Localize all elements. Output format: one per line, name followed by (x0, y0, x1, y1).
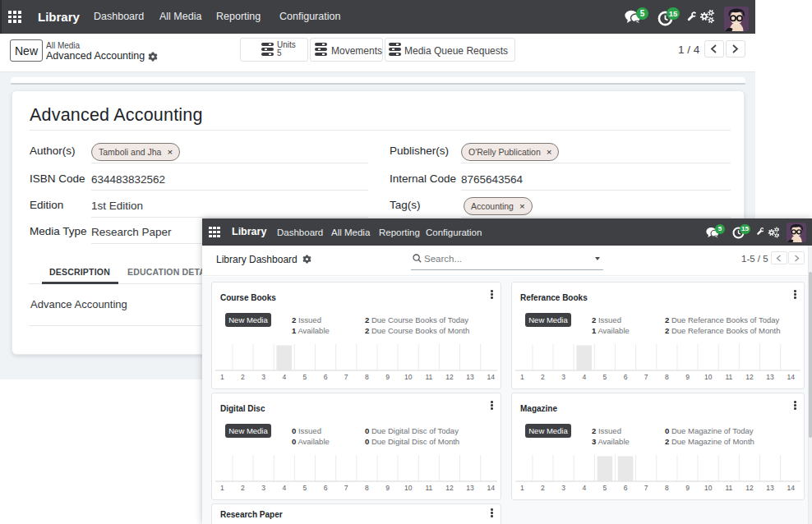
svg-text:9: 9 (385, 484, 390, 492)
svg-text:4: 4 (282, 373, 286, 381)
svg-text:14: 14 (487, 373, 496, 381)
svg-text:6: 6 (624, 484, 628, 492)
svg-text:12: 12 (745, 484, 754, 492)
svg-text:2: 2 (541, 484, 545, 492)
svg-text:7: 7 (344, 484, 348, 492)
svg-text:3: 3 (561, 484, 565, 492)
svg-text:6: 6 (324, 484, 328, 492)
svg-text:1: 1 (220, 373, 224, 381)
svg-text:1: 1 (520, 373, 524, 381)
svg-text:9: 9 (685, 373, 690, 381)
svg-text:4: 4 (582, 484, 586, 492)
svg-text:12: 12 (745, 373, 754, 381)
svg-text:11: 11 (725, 373, 732, 381)
svg-text:13: 13 (766, 484, 774, 492)
svg-text:3: 3 (261, 484, 265, 492)
svg-text:5: 5 (303, 373, 307, 381)
svg-text:13: 13 (766, 373, 774, 381)
svg-text:10: 10 (404, 373, 413, 381)
svg-text:7: 7 (644, 373, 648, 381)
svg-text:4: 4 (282, 484, 286, 492)
svg-text:8: 8 (365, 484, 369, 492)
svg-text:3: 3 (561, 373, 565, 381)
svg-text:7: 7 (644, 484, 648, 492)
svg-text:13: 13 (466, 484, 474, 492)
svg-text:11: 11 (725, 484, 732, 492)
svg-text:11: 11 (425, 373, 432, 381)
svg-text:10: 10 (704, 484, 713, 492)
svg-text:11: 11 (425, 484, 432, 492)
svg-text:12: 12 (445, 373, 454, 381)
svg-text:12: 12 (445, 484, 454, 492)
svg-text:8: 8 (365, 373, 369, 381)
svg-text:9: 9 (385, 373, 390, 381)
svg-text:2: 2 (541, 373, 545, 381)
svg-text:14: 14 (787, 373, 796, 381)
svg-text:1: 1 (520, 484, 524, 492)
svg-text:6: 6 (624, 373, 628, 381)
svg-text:4: 4 (582, 373, 586, 381)
svg-text:9: 9 (685, 484, 690, 492)
svg-text:1: 1 (220, 484, 224, 492)
svg-text:14: 14 (487, 484, 496, 492)
svg-text:5: 5 (603, 373, 607, 381)
svg-text:3: 3 (261, 373, 265, 381)
svg-text:5: 5 (303, 484, 307, 492)
svg-text:13: 13 (466, 373, 474, 381)
svg-text:14: 14 (787, 484, 796, 492)
svg-text:5: 5 (603, 484, 607, 492)
svg-text:8: 8 (665, 484, 669, 492)
svg-text:10: 10 (404, 484, 413, 492)
svg-text:6: 6 (324, 373, 328, 381)
svg-text:2: 2 (241, 373, 245, 381)
svg-text:2: 2 (241, 484, 245, 492)
svg-text:8: 8 (665, 373, 669, 381)
svg-text:7: 7 (344, 373, 348, 381)
svg-text:10: 10 (704, 373, 713, 381)
